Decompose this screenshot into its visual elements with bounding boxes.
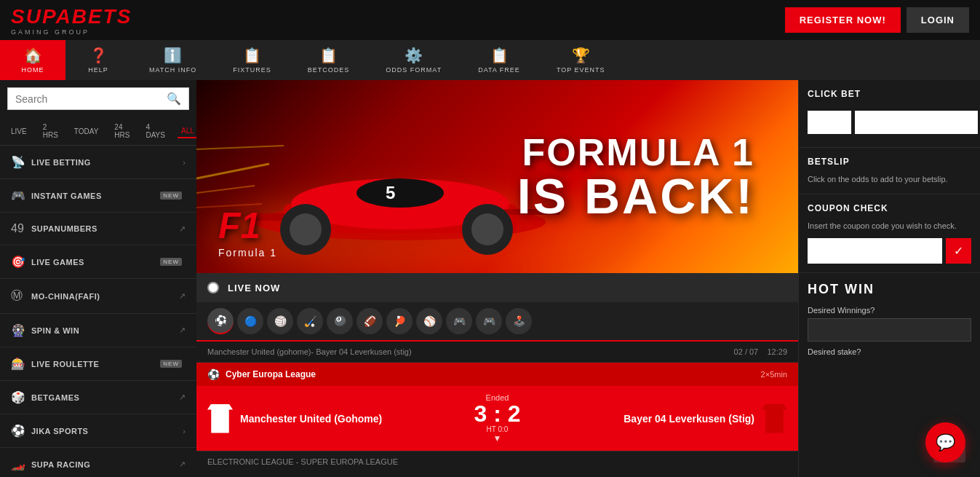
banner-headline: FORMULA 1 — [517, 133, 754, 171]
nav-match-info-label: MATCH INFO — [149, 66, 196, 74]
nav-betcodes[interactable]: 📋 BETCODES — [290, 40, 368, 80]
sidebar: 🔍 LIVE 2 HRS TODAY 24 HRS 4 DAYS ALL 📡 L… — [0, 80, 196, 477]
sport-esports3[interactable]: 🕹️ — [506, 308, 532, 334]
nav-data-free[interactable]: 📋 DATA FREE — [460, 40, 538, 80]
sport-esports1[interactable]: 🎮 — [446, 308, 472, 334]
register-button[interactable]: REGISTER NOW! — [785, 7, 901, 33]
sidebar-item-supanumbers[interactable]: 49 SUPANUMBERS ↗ — [0, 213, 196, 245]
sidebar-mo-china-label: MO-CHINA(FAFI) — [31, 292, 179, 301]
sport-esports2[interactable]: 🎮 — [476, 308, 502, 334]
sport-tabletennis[interactable]: 🏓 — [386, 308, 413, 334]
sport-baseball[interactable]: ⚾ — [416, 308, 442, 334]
sidebar-live-betting-label: LIVE BETTING — [31, 158, 183, 167]
match-time: 12:29 — [767, 347, 787, 356]
filter-24hrs[interactable]: 24 HRS — [111, 121, 133, 141]
search-button[interactable]: 🔍 — [167, 92, 181, 106]
sidebar-item-live-games[interactable]: 🎯 LIVE GAMES NEW — [0, 245, 196, 279]
score-separator: : — [493, 401, 508, 427]
league-name: Cyber Europa League — [226, 369, 755, 379]
filter-4days[interactable]: 4 DAYS — [142, 121, 169, 141]
search-input[interactable] — [15, 93, 167, 105]
betcodes-icon: 📋 — [319, 47, 338, 64]
nav-help[interactable]: ❓ HELP — [65, 40, 131, 80]
sport-volleyball[interactable]: 🏐 — [267, 308, 293, 334]
sidebar-supa-racing-label: SUPA RACING — [31, 460, 179, 469]
click-bet-input-1[interactable] — [808, 111, 851, 134]
hot-win-title: HOT WIN — [808, 282, 971, 297]
league-icon: ⚽ — [207, 368, 220, 380]
top-nav: SUPABETS GAMING GROUP REGISTER NOW! LOGI… — [0, 0, 980, 40]
coupon-check-button[interactable]: ✓ — [946, 238, 971, 264]
supa-racing-icon: 🏎️ — [11, 457, 31, 471]
filter-today[interactable]: TODAY — [71, 125, 103, 138]
sidebar-item-spin-win[interactable]: 🎡 SPIN & WIN ↗ — [0, 314, 196, 347]
ht-score: HT 0:0 — [454, 425, 541, 433]
sidebar-instant-games-label: INSTANT GAMES — [31, 192, 160, 200]
chat-button[interactable]: 💬 — [925, 422, 965, 462]
external-link-icon: ↗ — [179, 224, 186, 234]
sidebar-item-live-roulette[interactable]: 🎰 LIVE ROULETTE NEW — [0, 347, 196, 381]
svg-point-10 — [471, 213, 503, 245]
away-shirt — [762, 404, 787, 433]
live-now-bar: LIVE NOW — [196, 273, 798, 302]
new-badge-2: NEW — [160, 258, 182, 266]
svg-text:5: 5 — [386, 183, 395, 202]
match-card: ⚽ Cyber Europa League 2×5min Manchester … — [196, 363, 798, 451]
chevron-right-icon: › — [183, 158, 186, 167]
nav-fixtures[interactable]: 📋 FIXTURES — [215, 40, 290, 80]
betslip-section: BETSLIP Click on the odds to add to your… — [799, 148, 980, 194]
help-icon: ❓ — [89, 47, 108, 64]
nav-odds-format[interactable]: ⚙️ ODDS FORMAT — [367, 40, 460, 80]
live-games-icon: 🎯 — [11, 255, 31, 269]
score-home: 3 — [474, 401, 487, 427]
away-team-name: Bayer 04 Leverkusen (Stig) — [624, 413, 754, 425]
nav-match-info[interactable]: ℹ️ MATCH INFO — [131, 40, 215, 80]
live-roulette-icon: 🎰 — [11, 357, 31, 371]
desired-winnings-input[interactable] — [808, 318, 971, 342]
sidebar-item-supa-racing[interactable]: 🏎️ SUPA RACING ↗ — [0, 448, 196, 477]
coupon-input[interactable] — [808, 238, 942, 264]
expand-icon[interactable]: ▼ — [454, 433, 541, 444]
sidebar-item-live-betting[interactable]: 📡 LIVE BETTING › — [0, 146, 196, 179]
search-bar[interactable]: 🔍 — [7, 87, 189, 110]
match-teams-header: Manchester United (gohome)- Bayer 04 Lev… — [207, 347, 412, 356]
match-content: Manchester United (Gohome) Ended 3 : 2 H… — [196, 386, 798, 451]
external-link-icon-4: ↗ — [179, 393, 186, 402]
svg-line-13 — [196, 186, 255, 193]
svg-line-12 — [196, 164, 269, 178]
coupon-row: ✓ — [808, 238, 971, 264]
sidebar-live-roulette-label: LIVE ROULETTE — [31, 360, 160, 368]
filter-all[interactable]: ALL — [178, 125, 198, 138]
login-button[interactable]: LOGIN — [907, 7, 969, 33]
top-nav-buttons: REGISTER NOW! LOGIN — [785, 7, 969, 33]
sport-rugby[interactable]: 🏈 — [356, 308, 383, 334]
match-info-icon: ℹ️ — [164, 47, 182, 64]
svg-line-15 — [196, 146, 284, 149]
sidebar-item-betgames[interactable]: 🎲 BETGAMES ↗ — [0, 381, 196, 414]
data-free-icon: 📋 — [490, 47, 509, 64]
sport-hockey[interactable]: 🏑 — [297, 308, 323, 334]
match-header-row: Manchester United (gohome)- Bayer 04 Lev… — [196, 342, 798, 363]
sidebar-item-instant-games[interactable]: 🎮 INSTANT GAMES NEW — [0, 179, 196, 213]
sport-basketball[interactable]: 🔵 — [237, 308, 263, 334]
nav-home[interactable]: 🏠 HOME — [0, 40, 65, 80]
logo-sub: GAMING GROUP — [11, 28, 132, 36]
nav-top-events[interactable]: 🏆 TOP EVENTS — [538, 40, 624, 80]
odds-format-icon: ⚙️ — [405, 47, 423, 64]
sidebar-item-jika-sports[interactable]: ⚽ JIKA SPORTS › — [0, 414, 196, 448]
fixtures-icon: 📋 — [243, 47, 261, 64]
logo: SUPABETS GAMING GROUP — [11, 5, 132, 36]
betslip-message: Click on the odds to add to your betslip… — [808, 174, 971, 185]
banner: 5 FORMULA 1 IS BACK! F1 Formula 1 — [196, 80, 798, 273]
supanumbers-icon: 49 — [11, 222, 31, 235]
sidebar-betgames-label: BETGAMES — [31, 393, 179, 402]
match-score: 3 : 2 — [454, 402, 541, 425]
sidebar-item-mo-china[interactable]: Ⓜ MO-CHINA(FAFI) ↗ — [0, 279, 196, 314]
click-bet-input-2[interactable] — [855, 111, 978, 134]
sport-football[interactable]: ⚽ — [207, 308, 234, 334]
filter-live[interactable]: LIVE — [7, 125, 31, 138]
jika-sports-icon: ⚽ — [11, 424, 31, 438]
filter-2hrs[interactable]: 2 HRS — [39, 121, 62, 141]
hot-win-section: HOT WIN Desired Winnings? Desired stake? — [799, 273, 980, 368]
sport-billiards[interactable]: 🎱 — [327, 308, 353, 334]
